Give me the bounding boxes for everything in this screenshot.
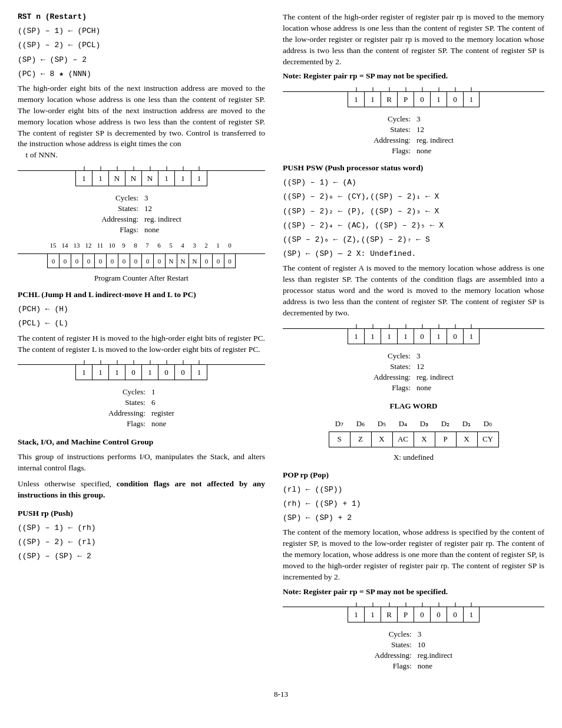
flag-val-ac: AC — [392, 431, 414, 447]
rst-bit-1: 1 — [92, 171, 108, 186]
rst-bit-5: 1 — [158, 171, 174, 186]
flag-hdr-d1: D₁ — [456, 416, 477, 431]
b16-1: 0 — [59, 254, 71, 268]
push-psw-bit-3: 1 — [397, 329, 414, 344]
pop-rp-line2: (SP) ← (SP) + 2 — [283, 513, 544, 523]
bit16-labels-row: 15 14 13 12 11 10 9 8 7 6 5 4 3 2 1 0 — [18, 242, 265, 249]
pop-rp-addr-val: reg.indirect — [415, 651, 455, 660]
pchl-bit-5: 0 — [158, 365, 174, 380]
push-rp-line2: ((SP) – 2) ← (rl) — [18, 537, 265, 548]
flag-hdr-d7: D₇ — [329, 416, 350, 431]
pc-label: Program Counter After Restart — [18, 273, 265, 284]
pop-rp-cycles-info: Cycles: 3 States: 10 Addressing: reg.ind… — [283, 628, 544, 672]
b16-9: 0 — [153, 254, 165, 268]
push-rp-bit-4: 0 — [414, 92, 430, 107]
pop-rp-section: POP rp (Pop) (rl) ← ((SP)) (rh) ← ((SP) … — [283, 470, 544, 673]
push-rp-cycles-val: 3 — [414, 114, 456, 124]
pop-rp-bit-diagram: 1 1 R P 0 0 0 1 — [283, 607, 544, 622]
push-psw-cycles-info: Cycles: 3 States: 12 Addressing: reg. in… — [283, 350, 544, 394]
pchl-bit-0: 1 — [75, 365, 92, 380]
rst-description: The high-order eight bits of the next in… — [18, 83, 265, 161]
rst-bit-3: N — [125, 171, 141, 186]
push-psw-bit-5: 1 — [430, 329, 447, 344]
flag-val-p: P — [435, 431, 456, 447]
pop-rp-cycles-val: 3 — [415, 630, 455, 639]
push-rp-flags-val: none — [414, 146, 456, 156]
pchl-addr-val: register — [149, 409, 177, 418]
pchl-section: PCHL (Jump H and L indirect-move H and L… — [18, 289, 265, 430]
push-rp-bit-3: P — [397, 92, 414, 107]
push-psw-cycles-label: Cycles: — [371, 351, 413, 361]
push-psw-bit-0: 1 — [348, 329, 364, 344]
flag-word-title: FLAG WORD — [283, 401, 544, 411]
push-psw-addr-label: Addressing: — [371, 373, 413, 382]
stack-note: Unless otherwise specified, condition fl… — [18, 479, 265, 501]
b16-4: 0 — [94, 254, 106, 268]
pop-rp-line0: (rl) ← ((SP)) — [283, 485, 544, 495]
b16-8: 0 — [141, 254, 153, 268]
flag-hdr-d4: D₄ — [392, 416, 414, 431]
pop-rp-flags-val: none — [415, 661, 455, 671]
pop-rp-bit-1: 1 — [364, 607, 381, 622]
push-rp-bit-diagram: 1 1 R P 0 1 0 1 — [283, 91, 544, 107]
pop-rp-flags-label: Flags: — [372, 661, 414, 671]
b16-10: N — [165, 254, 177, 268]
push-rp-line3: ((SP) – (SP) ← 2 — [18, 551, 265, 562]
push-rp-bit-6: 0 — [447, 92, 463, 107]
flag-val-x3: X — [456, 431, 477, 447]
push-rp-flags-label: Flags: — [371, 146, 413, 156]
push-psw-line3: ((SP) – 2)₄ ← (AC), ((SP) – 2)₅ ← X — [283, 220, 544, 231]
pop-rp-bit-3: P — [397, 607, 414, 622]
rst-states-label: States: — [99, 204, 141, 213]
rst-line3: (SP) ← (SP) – 2 — [18, 55, 265, 65]
flag-val-z: Z — [350, 431, 371, 447]
pop-rp-bit-4: 0 — [414, 607, 430, 622]
pchl-bit-1: 1 — [92, 365, 108, 380]
b16-11: N — [177, 254, 189, 268]
flag-hdr-d2: D₂ — [435, 416, 456, 431]
push-rp-addr-val: reg. indirect — [414, 136, 456, 145]
b16-2: 0 — [71, 254, 82, 268]
push-psw-line1: ((SP) – 2)₀ ← (CY),((SP) – 2)₁ ← X — [283, 192, 544, 202]
push-psw-states-label: States: — [371, 362, 413, 371]
rst-bit-0: 1 — [75, 171, 92, 186]
pop-rp-bit-0: 1 — [348, 607, 364, 622]
push-rp-cycles-info: Cycles: 3 States: 12 Addressing: reg. in… — [283, 113, 544, 157]
rst-flags-val: none — [142, 225, 184, 235]
rst-bit-diagram: 1 1 N N N 1 1 1 — [18, 170, 265, 186]
push-rp-title: PUSH rp (Push) — [18, 508, 265, 519]
pchl-bit-2: 1 — [108, 365, 125, 380]
push-psw-title: PUSH PSW (Push processor status word) — [283, 163, 544, 174]
rst-line2: ((SP) – 2) ← (PCL) — [18, 40, 265, 51]
b16-0: 0 — [47, 254, 59, 268]
pchl-states-label: States: — [106, 398, 148, 407]
push-psw-bit-diagram: 1 1 1 1 0 1 0 1 — [283, 328, 544, 344]
pop-rp-bit-5: 0 — [430, 607, 447, 622]
flag-word-section: FLAG WORD D₇ D₆ D₅ D₄ D₃ D₂ D₁ D₀ S Z X … — [283, 401, 544, 463]
stack-title: Stack, I/O, and Machine Control Group — [18, 437, 265, 448]
pchl-cycles-info: Cycles: 1 States: 6 Addressing: register… — [18, 386, 265, 430]
pop-rp-title: POP rp (Pop) — [283, 470, 544, 481]
push-rp-line1: ((SP) – 1) ← (rh) — [18, 523, 265, 533]
flag-hdr-d6: D₆ — [350, 416, 371, 431]
rst-flags-label: Flags: — [99, 225, 141, 235]
flag-val-cy: CY — [477, 431, 498, 447]
flag-val-x1: X — [371, 431, 392, 447]
rst-bit-4: N — [141, 171, 158, 186]
pchl-bit-diagram: 1 1 1 0 1 0 0 1 — [18, 364, 265, 380]
push-psw-line2: ((SP) – 2)₂ ← (P), ((SP) – 2)₃ ← X — [283, 206, 544, 217]
push-rp-bit-5: 1 — [430, 92, 447, 107]
flag-val-s: S — [329, 431, 350, 447]
pop-rp-desc: The content of the memory location, whos… — [283, 527, 544, 582]
pchl-line2: (PCL) ← (L) — [18, 318, 265, 329]
push-rp-cycles-label: Cycles: — [371, 114, 413, 124]
rst-bit-2: N — [108, 171, 125, 186]
pchl-addr-label: Addressing: — [106, 409, 148, 418]
pchl-title: PCHL (Jump H and L indirect-move H and L… — [18, 289, 265, 301]
pchl-flags-label: Flags: — [106, 419, 148, 429]
push-psw-states-val: 12 — [414, 362, 456, 371]
push-psw-addr-val: reg. indirect — [414, 373, 456, 382]
push-psw-section: PUSH PSW (Push processor status word) ((… — [283, 163, 544, 393]
pchl-bit-6: 0 — [174, 365, 191, 380]
b16-6: 0 — [118, 254, 130, 268]
